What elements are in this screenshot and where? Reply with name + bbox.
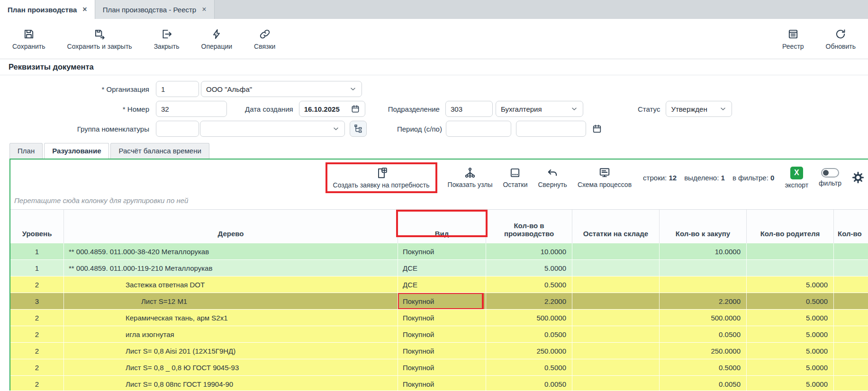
- cell-qty-parent: 5.0000: [747, 359, 834, 376]
- show-nodes-button[interactable]: Показать узлы: [448, 167, 493, 188]
- cell-qty-purchase: 10.0000: [660, 243, 747, 260]
- window-tab-registry[interactable]: План производства - Реестр ×: [95, 0, 215, 19]
- group-by-hint: Перетащите сюда колонку для группировки …: [10, 196, 868, 209]
- table-row[interactable]: 2 Керамическая ткань, арм S2x1 Покупной …: [10, 310, 868, 326]
- toggle-icon[interactable]: [821, 168, 839, 178]
- floppy-arrow-icon: [93, 28, 106, 40]
- cell-qty-parent: 0.5000: [747, 293, 834, 310]
- grid-toolbar: Создать заявку на потребность Показать у…: [10, 160, 868, 196]
- table-row[interactable]: 2 Лист S= 0,8 08пс ГОСТ 19904-90 Покупно…: [10, 376, 868, 391]
- cell-qty-purchase: 250.0000: [660, 343, 747, 359]
- cell-qty-production: 10.0000: [486, 243, 572, 260]
- save-and-close-button[interactable]: Сохранить и закрыть: [67, 28, 132, 50]
- column-header-level[interactable]: Уровень: [10, 210, 64, 243]
- column-header-qty-production[interactable]: Кол-во в производство: [486, 210, 572, 243]
- links-button[interactable]: Связки: [254, 28, 275, 50]
- column-header-qty-cut[interactable]: Кол-во: [834, 210, 868, 243]
- tab-plan[interactable]: План: [9, 143, 43, 159]
- column-header-tree[interactable]: Дерево: [64, 210, 398, 243]
- cell-qty-cut: [834, 276, 868, 293]
- registry-icon: [787, 28, 799, 40]
- cell-tree: игла изогнутая: [64, 326, 398, 343]
- nomenclature-group-select[interactable]: [200, 121, 345, 137]
- settings-button[interactable]: [852, 171, 864, 184]
- filtered-counter-value: 0: [770, 174, 774, 182]
- cell-level: 2: [10, 376, 64, 391]
- status-select[interactable]: Утвержден: [666, 101, 732, 117]
- registry-label: Реестр: [782, 43, 804, 50]
- period-to-field[interactable]: [516, 121, 586, 137]
- cell-qty-purchase: 2.2000: [660, 293, 747, 310]
- cell-kind: Покупной: [398, 326, 486, 343]
- cell-qty-cut: [834, 359, 868, 376]
- selected-counter-value: 1: [721, 174, 725, 182]
- tree-select-button[interactable]: [350, 121, 367, 137]
- organization-select[interactable]: ООО "Альфа": [201, 81, 362, 97]
- undo-arrow-icon: [546, 167, 559, 179]
- calendar-icon: [592, 124, 602, 134]
- cell-kind: Покупной: [398, 376, 486, 391]
- filter-toggle[interactable]: фильтр: [819, 168, 841, 187]
- organization-code-field[interactable]: 1: [156, 81, 199, 97]
- table-row[interactable]: 2 Лист S= 0,8 Aisi 201 (12Х15Г9НД) Покуп…: [10, 343, 868, 359]
- column-header-kind[interactable]: Вид: [398, 210, 486, 243]
- table-row[interactable]: 2 игла изогнутая Покупной 0.0500 0.0500 …: [10, 326, 868, 343]
- department-label: Подразделение: [388, 105, 440, 113]
- cell-qty-purchase: 0.5000: [660, 359, 747, 376]
- close-icon[interactable]: ×: [82, 5, 87, 14]
- column-header-qty-parent[interactable]: Кол-во родителя: [747, 210, 834, 243]
- close-button[interactable]: Закрыть: [154, 28, 180, 50]
- column-header-stock-remains[interactable]: Остатки на складе: [572, 210, 660, 243]
- table-row-selected[interactable]: 3 Лист S=12 М1 Покупной 2.2000 2.2000 0.…: [10, 293, 868, 310]
- collapse-button[interactable]: Свернуть: [538, 167, 567, 188]
- window-tab-plan[interactable]: План производства ×: [0, 0, 95, 19]
- department-name-value: Бухгалтерия: [501, 105, 542, 113]
- period-calendar-button[interactable]: [592, 124, 602, 134]
- create-request-button[interactable]: Создать заявку на потребность: [333, 167, 430, 189]
- cell-qty-purchase: 0.0050: [660, 376, 747, 391]
- cell-qty-cut: [834, 310, 868, 326]
- department-code-field[interactable]: 303: [445, 101, 493, 117]
- cell-qty-purchase: [660, 276, 747, 293]
- refresh-button[interactable]: Обновить: [826, 28, 856, 50]
- registry-button[interactable]: Реестр: [782, 28, 804, 50]
- selected-counter-label: выделено:: [684, 174, 719, 182]
- table-row[interactable]: 2 Лист S= 0,8 _ 0,8 Ю ГОСТ 9045-93 Покуп…: [10, 359, 868, 376]
- rows-counter-value: 12: [669, 174, 677, 182]
- table-row[interactable]: 2 Застежка ответная DOT ДСЕ 0.5000 5.000…: [10, 276, 868, 293]
- cell-tree: ** 000.4859. 011.000-38-420 Металлорукав: [64, 243, 398, 260]
- date-created-field[interactable]: 16.10.2025: [299, 101, 365, 117]
- period-from-field[interactable]: [446, 121, 511, 137]
- close-icon[interactable]: ×: [202, 5, 206, 14]
- process-scheme-button[interactable]: Схема процессов: [578, 167, 632, 188]
- remains-button[interactable]: Остатки: [503, 167, 527, 188]
- tab-decomposition[interactable]: Разузлование: [44, 143, 109, 159]
- chevron-down-icon: [332, 125, 340, 133]
- table-row[interactable]: 1 ** 000.4859. 011.000-38-420 Металлорук…: [10, 243, 868, 260]
- cell-kind: Покупной: [398, 243, 486, 260]
- number-field[interactable]: 32: [156, 101, 227, 117]
- cell-tree: Застежка ответная DOT: [64, 276, 398, 293]
- cell-kind: Покупной: [398, 293, 486, 310]
- requisites-form: * Организация 1 ООО "Альфа" * Номер 32 Д…: [0, 75, 868, 142]
- window-tab-label: План производства - Реестр: [103, 6, 197, 14]
- cell-qty-production: 0.5000: [486, 359, 572, 376]
- tab-label: Разузлование: [52, 147, 101, 155]
- department-select[interactable]: Бухгалтерия: [496, 101, 583, 117]
- calendar-icon[interactable]: [351, 104, 360, 114]
- table-row[interactable]: 1 ** 000.4859. 011.000-119-210 Металлору…: [10, 260, 868, 276]
- tab-time-balance[interactable]: Расчёт баланса времени: [110, 143, 209, 159]
- nodes-icon: [464, 167, 476, 179]
- cell-level: 2: [10, 310, 64, 326]
- operations-button[interactable]: Операции: [201, 28, 233, 50]
- cell-qty-parent: [747, 260, 834, 276]
- export-button[interactable]: X экспорт: [785, 167, 808, 189]
- cell-stock-remains: [572, 260, 660, 276]
- cell-stock-remains: [572, 326, 660, 343]
- nomenclature-group-code-field[interactable]: [156, 121, 199, 137]
- cell-level: 2: [10, 343, 64, 359]
- column-header-qty-purchase[interactable]: Кол-во к закупу: [660, 210, 747, 243]
- cell-qty-cut: [834, 376, 868, 391]
- save-button[interactable]: Сохранить: [12, 28, 45, 50]
- cell-qty-cut: [834, 343, 868, 359]
